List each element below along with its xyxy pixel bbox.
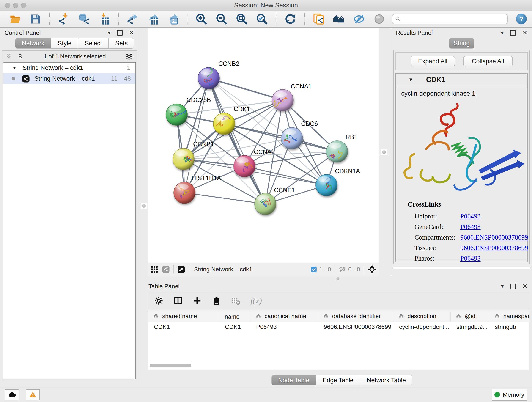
- expand-all-button[interactable]: Expand All: [411, 56, 455, 66]
- export-network-icon[interactable]: [127, 12, 139, 26]
- warnings-button[interactable]: [26, 389, 40, 400]
- panel-float-icon[interactable]: [117, 30, 123, 36]
- table-cell[interactable]: cyclin-dependent ...: [393, 322, 450, 332]
- export-image-icon[interactable]: [167, 12, 179, 26]
- panel-menu-icon[interactable]: ▾: [108, 30, 110, 36]
- add-column-icon[interactable]: [193, 296, 202, 305]
- network-node-RB1[interactable]: [326, 141, 348, 162]
- collapse-all-button[interactable]: Collapse All: [463, 56, 513, 66]
- delete-column-icon[interactable]: [212, 296, 221, 305]
- hide-graphics-details-icon[interactable]: [353, 12, 365, 26]
- tab-edge-table[interactable]: Edge Table: [316, 375, 360, 385]
- network-edge-CDK1-RB1[interactable]: [224, 124, 337, 152]
- table-cell[interactable]: stringdb:9...: [450, 322, 489, 332]
- cloud-status-button[interactable]: [5, 389, 19, 400]
- network-edge-CCNB2-CCNA1[interactable]: [209, 78, 283, 100]
- table-cell[interactable]: P06493: [250, 322, 318, 332]
- import-network-database-icon[interactable]: [78, 12, 90, 26]
- detach-view-icon[interactable]: [177, 265, 185, 273]
- column-header--id[interactable]: @id: [450, 312, 489, 322]
- right-splitter-handle[interactable]: [381, 149, 387, 155]
- column-header-database-identifier[interactable]: database identifier: [318, 312, 393, 322]
- network-node-CDK1[interactable]: [213, 113, 235, 134]
- panel-close-icon[interactable]: ✕: [522, 30, 527, 36]
- hidden-eye-icon[interactable]: [339, 266, 346, 273]
- tree-expand-icon[interactable]: ▼: [12, 65, 17, 70]
- network-edge-HIST1H1A-CCNE1[interactable]: [184, 193, 265, 204]
- help-button[interactable]: ?: [516, 13, 527, 24]
- column-header-shared-name[interactable]: shared name: [148, 312, 219, 322]
- zoom-selected-icon[interactable]: [256, 12, 268, 26]
- column-header-namespace[interactable]: namespace: [489, 312, 529, 322]
- tab-select[interactable]: Select: [78, 38, 109, 49]
- panel-float-icon[interactable]: [510, 283, 516, 289]
- network-node-CDC25B[interactable]: [166, 104, 187, 125]
- network-row[interactable]: String Network – cdk1 11 48: [3, 73, 135, 84]
- zoom-out-icon[interactable]: [215, 12, 228, 26]
- crosslink-link[interactable]: P06493: [460, 255, 481, 262]
- horizontal-splitter[interactable]: [139, 275, 532, 281]
- crosslink-link[interactable]: P06493: [460, 212, 481, 220]
- network-node-CDKN1A[interactable]: [316, 174, 337, 196]
- open-folder-icon[interactable]: [9, 12, 22, 26]
- network-options-gear-icon[interactable]: [125, 52, 133, 60]
- column-header-canonical-name[interactable]: canonical name: [250, 312, 318, 322]
- tab-sets[interactable]: Sets: [109, 38, 134, 49]
- network-node-CDC6[interactable]: [281, 128, 303, 149]
- apply-layout-icon[interactable]: [284, 12, 297, 26]
- right-splitter[interactable]: [379, 28, 391, 275]
- collapse-all-icon[interactable]: [6, 53, 13, 60]
- crosslink-link[interactable]: 9606.ENSP00000378699: [460, 244, 528, 252]
- network-node-CCNB1[interactable]: [173, 148, 194, 170]
- import-table-file-icon[interactable]: [98, 12, 110, 26]
- section-collapse-icon[interactable]: ▼: [408, 77, 413, 83]
- network-canvas[interactable]: CCNB2 CCNA1 CDC25B CDK1 CDC6 RB1: [148, 28, 379, 263]
- memory-button[interactable]: Memory: [492, 389, 527, 401]
- crosslink-link[interactable]: 9606.ENSP00000378699: [460, 234, 528, 241]
- zoom-in-icon[interactable]: [195, 12, 208, 26]
- network-node-HIST1H1A[interactable]: [174, 182, 195, 204]
- table-cell[interactable]: CDK1: [219, 322, 250, 332]
- table-cell[interactable]: CDK1: [148, 322, 219, 332]
- node-result-header[interactable]: ▼ CDK1: [396, 74, 527, 86]
- table-row[interactable]: CDK1CDK1P064939606.ENSP00000378699cyclin…: [148, 322, 529, 332]
- panel-menu-icon[interactable]: ▾: [501, 30, 504, 36]
- expand-all-icon[interactable]: [17, 53, 24, 60]
- panel-float-icon[interactable]: [510, 30, 516, 36]
- delete-table-icon[interactable]: [231, 296, 240, 305]
- table-cell[interactable]: 9606.ENSP00000378699: [318, 322, 393, 332]
- string-home-icon[interactable]: [333, 12, 345, 26]
- network-node-CCNB2[interactable]: [198, 67, 220, 89]
- export-table-icon[interactable]: [147, 12, 159, 26]
- selected-checkbox-icon[interactable]: [311, 266, 317, 273]
- show-columns-icon[interactable]: [173, 296, 183, 305]
- function-builder-icon[interactable]: f(x): [250, 296, 262, 306]
- panel-close-icon[interactable]: ✕: [522, 283, 527, 289]
- column-header-description[interactable]: description: [393, 312, 450, 322]
- save-session-icon[interactable]: [29, 12, 42, 26]
- tab-network[interactable]: Network: [15, 38, 51, 49]
- panel-menu-icon[interactable]: ▾: [501, 283, 504, 289]
- grid-view-icon[interactable]: [151, 265, 158, 273]
- network-collection-row[interactable]: ▼ String Network – cdk1 1: [3, 63, 135, 73]
- network-node-CCNA2[interactable]: [234, 155, 255, 177]
- tab-style[interactable]: Style: [51, 38, 78, 49]
- search-input[interactable]: [403, 15, 507, 23]
- settings-icon[interactable]: [154, 296, 163, 305]
- crosslink-link[interactable]: P06493: [460, 223, 481, 230]
- network-edge-CCNB2-CCNE1[interactable]: [209, 78, 265, 204]
- tab-network-table[interactable]: Network Table: [360, 375, 413, 385]
- network-node-CCNE1[interactable]: [254, 193, 276, 215]
- clone-network-icon[interactable]: [312, 12, 325, 26]
- show-graphics-details-icon[interactable]: [373, 12, 385, 26]
- table-horizontal-scrollbar[interactable]: [150, 364, 191, 367]
- network-node-CCNA1[interactable]: [272, 89, 293, 111]
- import-network-file-icon[interactable]: [58, 12, 70, 26]
- column-header-name[interactable]: name: [219, 312, 250, 322]
- network-view-icon[interactable]: [162, 265, 170, 273]
- horizontal-splitter-handle[interactable]: [336, 277, 339, 280]
- tab-node-table[interactable]: Node Table: [272, 375, 316, 385]
- birds-eye-view-icon[interactable]: [368, 265, 376, 274]
- tab-string[interactable]: String: [449, 38, 475, 49]
- panel-close-icon[interactable]: ✕: [129, 30, 134, 36]
